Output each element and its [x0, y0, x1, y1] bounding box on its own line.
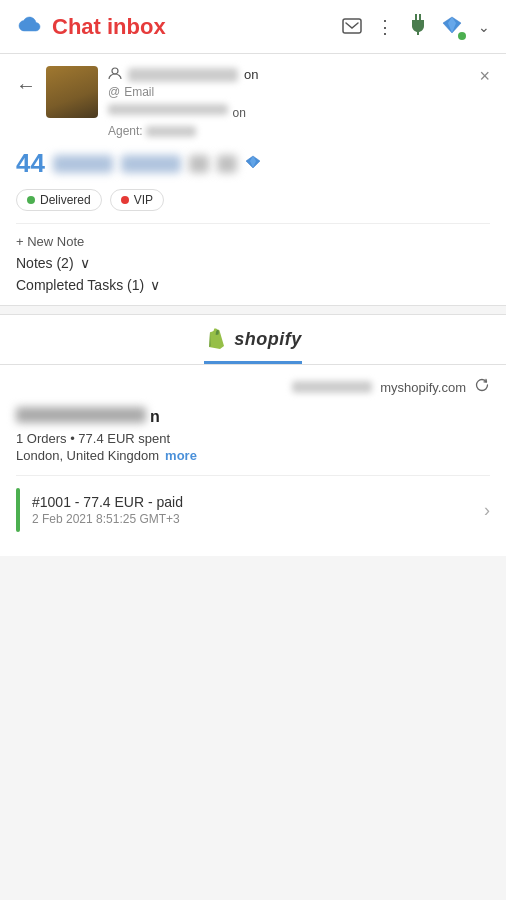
conversation-number: 44 — [16, 148, 45, 179]
tag-2-blurred — [121, 155, 181, 173]
agent-name-blurred — [146, 126, 196, 137]
customer-name-row: n — [16, 407, 490, 427]
vip-badge: VIP — [110, 189, 164, 211]
cloud-icon — [16, 14, 42, 39]
order-title: #1001 - 77.4 EUR - paid — [32, 494, 484, 510]
tag-3-blurred — [189, 155, 209, 173]
chevron-down-icon[interactable]: ⌄ — [478, 19, 490, 35]
contact-info: on @ Email on Agent: — [108, 66, 469, 140]
customer-stats: 1 Orders • 77.4 EUR spent — [16, 431, 490, 446]
diamond-icon — [442, 16, 464, 38]
compose-icon[interactable] — [342, 18, 362, 36]
header-title: Chat inbox — [52, 14, 332, 40]
order-chevron-icon: › — [484, 500, 490, 521]
svg-point-6 — [112, 68, 118, 74]
shopify-label: shopify — [234, 329, 302, 350]
notes-section: + New Note Notes (2) ∨ Completed Tasks (… — [16, 223, 490, 293]
more-icon[interactable]: ⋮ — [376, 16, 394, 38]
store-url-text: myshopify.com — [380, 380, 466, 395]
close-button[interactable]: × — [479, 66, 490, 87]
contact-panel: ← on @ Email on — [0, 54, 506, 306]
email-label: Email — [124, 85, 154, 99]
store-url-blurred — [292, 381, 372, 393]
order-item[interactable]: #1001 - 77.4 EUR - paid 2 Feb 2021 8:51:… — [16, 475, 490, 544]
svg-rect-0 — [343, 19, 361, 33]
contact-name-blurred — [128, 68, 238, 82]
completed-tasks-toggle[interactable]: Completed Tasks (1) ∨ — [16, 277, 490, 293]
refresh-icon[interactable] — [474, 377, 490, 397]
notes-chevron-icon: ∨ — [80, 255, 90, 271]
at-icon: @ — [108, 85, 120, 99]
order-details: #1001 - 77.4 EUR - paid 2 Feb 2021 8:51:… — [32, 494, 484, 526]
more-link[interactable]: more — [165, 448, 197, 463]
notes-toggle[interactable]: Notes (2) ∨ — [16, 255, 490, 271]
header: Chat inbox ⋮ ⌄ — [0, 0, 506, 54]
user-icon — [108, 66, 122, 83]
plug-icon — [408, 13, 428, 40]
email-blurred — [108, 104, 228, 115]
svg-rect-3 — [417, 32, 419, 35]
shopify-logo-icon — [204, 327, 228, 351]
tag-1-blurred — [53, 155, 113, 173]
completed-chevron-icon: ∨ — [150, 277, 160, 293]
avatar — [46, 66, 98, 118]
delivered-dot — [27, 196, 35, 204]
new-note-button[interactable]: + New Note — [16, 234, 490, 249]
vip-dot — [121, 196, 129, 204]
shopify-tab[interactable]: shopify — [204, 327, 302, 364]
header-icons: ⋮ ⌄ — [342, 13, 490, 40]
shopify-tabs: shopify — [0, 315, 506, 365]
shopify-section: shopify myshopify.com n 1 Orders • 77.4 … — [0, 314, 506, 556]
delivered-badge: Delivered — [16, 189, 102, 211]
customer-location: London, United Kingdom more — [16, 448, 490, 463]
number-row: 44 — [16, 148, 490, 179]
badges-row: Delivered VIP — [16, 189, 490, 211]
agent-row: Agent: — [108, 124, 469, 138]
customer-name-suffix: n — [150, 408, 160, 426]
store-url-row: myshopify.com — [16, 377, 490, 397]
contact-name-suffix: on — [244, 67, 258, 82]
svg-rect-1 — [415, 14, 417, 20]
customer-name-blurred — [16, 407, 146, 423]
diamond-tag-icon — [245, 155, 261, 173]
order-date: 2 Feb 2021 8:51:25 GMT+3 — [32, 512, 484, 526]
store-info: myshopify.com n 1 Orders • 77.4 EUR spen… — [0, 365, 506, 556]
status-dot — [458, 32, 466, 40]
back-button[interactable]: ← — [16, 74, 36, 97]
svg-rect-2 — [419, 14, 421, 20]
tag-4-blurred — [217, 155, 237, 173]
order-status-indicator — [16, 488, 20, 532]
